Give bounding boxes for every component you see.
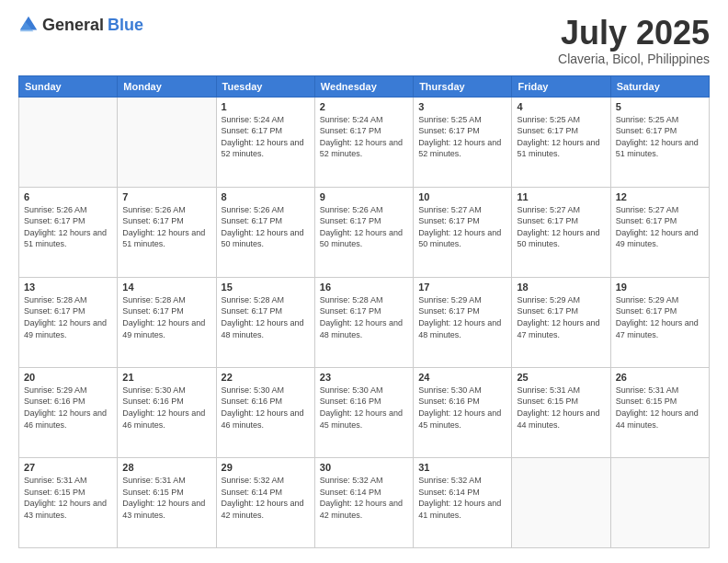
- month-title: July 2025: [558, 15, 710, 52]
- day-number: 6: [24, 191, 112, 202]
- day-number: 15: [222, 282, 310, 293]
- day-number: 27: [24, 462, 112, 473]
- table-row: 25Sunrise: 5:31 AMSunset: 6:15 PMDayligh…: [512, 367, 610, 457]
- day-info: Sunrise: 5:30 AMSunset: 6:16 PMDaylight:…: [122, 385, 210, 431]
- day-info: Sunrise: 5:32 AMSunset: 6:14 PMDaylight:…: [222, 475, 310, 521]
- day-info: Sunrise: 5:27 AMSunset: 6:17 PMDaylight:…: [418, 204, 506, 250]
- table-row: 1Sunrise: 5:24 AMSunset: 6:17 PMDaylight…: [216, 97, 314, 187]
- day-info: Sunrise: 5:27 AMSunset: 6:17 PMDaylight:…: [517, 204, 605, 250]
- day-number: 10: [418, 191, 506, 202]
- weekday-header-row: Sunday Monday Tuesday Wednesday Thursday…: [19, 75, 710, 97]
- day-number: 16: [320, 282, 408, 293]
- day-number: 18: [517, 282, 605, 293]
- table-row: 10Sunrise: 5:27 AMSunset: 6:17 PMDayligh…: [414, 187, 512, 277]
- table-row: 16Sunrise: 5:28 AMSunset: 6:17 PMDayligh…: [314, 277, 413, 367]
- table-row: 9Sunrise: 5:26 AMSunset: 6:17 PMDaylight…: [314, 187, 413, 277]
- table-row: 7Sunrise: 5:26 AMSunset: 6:17 PMDaylight…: [118, 187, 216, 277]
- day-info: Sunrise: 5:28 AMSunset: 6:17 PMDaylight:…: [24, 294, 112, 340]
- week-row-3: 20Sunrise: 5:29 AMSunset: 6:16 PMDayligh…: [19, 367, 710, 457]
- table-row: 5Sunrise: 5:25 AMSunset: 6:17 PMDaylight…: [610, 97, 709, 187]
- day-info: Sunrise: 5:24 AMSunset: 6:17 PMDaylight:…: [222, 114, 310, 160]
- header: GeneralBlue July 2025 Claveria, Bicol, P…: [18, 15, 710, 66]
- header-tuesday: Tuesday: [216, 75, 314, 97]
- day-info: Sunrise: 5:29 AMSunset: 6:16 PMDaylight:…: [24, 385, 112, 431]
- day-number: 12: [616, 191, 704, 202]
- day-info: Sunrise: 5:31 AMSunset: 6:15 PMDaylight:…: [616, 385, 704, 431]
- day-info: Sunrise: 5:25 AMSunset: 6:17 PMDaylight:…: [418, 114, 506, 160]
- table-row: 20Sunrise: 5:29 AMSunset: 6:16 PMDayligh…: [19, 367, 118, 457]
- day-number: 17: [418, 282, 506, 293]
- day-info: Sunrise: 5:29 AMSunset: 6:17 PMDaylight:…: [418, 294, 506, 340]
- day-info: Sunrise: 5:28 AMSunset: 6:17 PMDaylight:…: [122, 294, 210, 340]
- day-info: Sunrise: 5:29 AMSunset: 6:17 PMDaylight:…: [616, 294, 704, 340]
- table-row: 28Sunrise: 5:31 AMSunset: 6:15 PMDayligh…: [118, 457, 216, 547]
- day-info: Sunrise: 5:30 AMSunset: 6:16 PMDaylight:…: [320, 385, 408, 431]
- day-info: Sunrise: 5:28 AMSunset: 6:17 PMDaylight:…: [320, 294, 408, 340]
- logo: GeneralBlue: [18, 15, 143, 35]
- table-row: 26Sunrise: 5:31 AMSunset: 6:15 PMDayligh…: [610, 367, 709, 457]
- table-row: 29Sunrise: 5:32 AMSunset: 6:14 PMDayligh…: [216, 457, 314, 547]
- day-info: Sunrise: 5:29 AMSunset: 6:17 PMDaylight:…: [517, 294, 605, 340]
- day-number: 14: [122, 282, 210, 293]
- week-row-1: 6Sunrise: 5:26 AMSunset: 6:17 PMDaylight…: [19, 187, 710, 277]
- day-info: Sunrise: 5:26 AMSunset: 6:17 PMDaylight:…: [24, 204, 112, 250]
- table-row: 27Sunrise: 5:31 AMSunset: 6:15 PMDayligh…: [19, 457, 118, 547]
- day-info: Sunrise: 5:32 AMSunset: 6:14 PMDaylight:…: [418, 475, 506, 521]
- table-row: [118, 97, 216, 187]
- day-info: Sunrise: 5:26 AMSunset: 6:17 PMDaylight:…: [320, 204, 408, 250]
- day-number: 30: [320, 462, 408, 473]
- week-row-0: 1Sunrise: 5:24 AMSunset: 6:17 PMDaylight…: [19, 97, 710, 187]
- table-row: 3Sunrise: 5:25 AMSunset: 6:17 PMDaylight…: [414, 97, 512, 187]
- day-info: Sunrise: 5:30 AMSunset: 6:16 PMDaylight:…: [418, 385, 506, 431]
- day-number: 28: [122, 462, 210, 473]
- table-row: 13Sunrise: 5:28 AMSunset: 6:17 PMDayligh…: [19, 277, 118, 367]
- logo-blue: Blue: [108, 16, 143, 35]
- day-info: Sunrise: 5:26 AMSunset: 6:17 PMDaylight:…: [222, 204, 310, 250]
- table-row: 14Sunrise: 5:28 AMSunset: 6:17 PMDayligh…: [118, 277, 216, 367]
- table-row: 22Sunrise: 5:30 AMSunset: 6:16 PMDayligh…: [216, 367, 314, 457]
- table-row: 18Sunrise: 5:29 AMSunset: 6:17 PMDayligh…: [512, 277, 610, 367]
- week-row-2: 13Sunrise: 5:28 AMSunset: 6:17 PMDayligh…: [19, 277, 710, 367]
- table-row: [19, 97, 118, 187]
- day-info: Sunrise: 5:28 AMSunset: 6:17 PMDaylight:…: [222, 294, 310, 340]
- logo-general: General: [42, 16, 104, 35]
- header-thursday: Thursday: [414, 75, 512, 97]
- day-number: 25: [517, 372, 605, 383]
- table-row: 15Sunrise: 5:28 AMSunset: 6:17 PMDayligh…: [216, 277, 314, 367]
- day-number: 5: [616, 101, 704, 112]
- table-row: 11Sunrise: 5:27 AMSunset: 6:17 PMDayligh…: [512, 187, 610, 277]
- day-info: Sunrise: 5:32 AMSunset: 6:14 PMDaylight:…: [320, 475, 408, 521]
- day-info: Sunrise: 5:27 AMSunset: 6:17 PMDaylight:…: [616, 204, 704, 250]
- header-sunday: Sunday: [19, 75, 118, 97]
- day-number: 29: [222, 462, 310, 473]
- table-row: [610, 457, 709, 547]
- day-number: 1: [222, 101, 310, 112]
- header-saturday: Saturday: [610, 75, 709, 97]
- table-row: 19Sunrise: 5:29 AMSunset: 6:17 PMDayligh…: [610, 277, 709, 367]
- day-info: Sunrise: 5:25 AMSunset: 6:17 PMDaylight:…: [517, 114, 605, 160]
- day-info: Sunrise: 5:24 AMSunset: 6:17 PMDaylight:…: [320, 114, 408, 160]
- day-number: 23: [320, 372, 408, 383]
- table-row: 12Sunrise: 5:27 AMSunset: 6:17 PMDayligh…: [610, 187, 709, 277]
- day-number: 22: [222, 372, 310, 383]
- page: GeneralBlue July 2025 Claveria, Bicol, P…: [0, 0, 728, 563]
- day-info: Sunrise: 5:31 AMSunset: 6:15 PMDaylight:…: [24, 475, 112, 521]
- day-info: Sunrise: 5:26 AMSunset: 6:17 PMDaylight:…: [122, 204, 210, 250]
- table-row: 6Sunrise: 5:26 AMSunset: 6:17 PMDaylight…: [19, 187, 118, 277]
- table-row: 4Sunrise: 5:25 AMSunset: 6:17 PMDaylight…: [512, 97, 610, 187]
- day-number: 3: [418, 101, 506, 112]
- week-row-4: 27Sunrise: 5:31 AMSunset: 6:15 PMDayligh…: [19, 457, 710, 547]
- title-block: July 2025 Claveria, Bicol, Philippines: [558, 15, 710, 66]
- table-row: [512, 457, 610, 547]
- table-row: 17Sunrise: 5:29 AMSunset: 6:17 PMDayligh…: [414, 277, 512, 367]
- table-row: 8Sunrise: 5:26 AMSunset: 6:17 PMDaylight…: [216, 187, 314, 277]
- table-row: 24Sunrise: 5:30 AMSunset: 6:16 PMDayligh…: [414, 367, 512, 457]
- day-info: Sunrise: 5:25 AMSunset: 6:17 PMDaylight:…: [616, 114, 704, 160]
- day-number: 13: [24, 282, 112, 293]
- day-number: 7: [122, 191, 210, 202]
- day-info: Sunrise: 5:31 AMSunset: 6:15 PMDaylight:…: [517, 385, 605, 431]
- day-info: Sunrise: 5:30 AMSunset: 6:16 PMDaylight:…: [222, 385, 310, 431]
- day-number: 9: [320, 191, 408, 202]
- location-title: Claveria, Bicol, Philippines: [558, 52, 710, 66]
- day-number: 19: [616, 282, 704, 293]
